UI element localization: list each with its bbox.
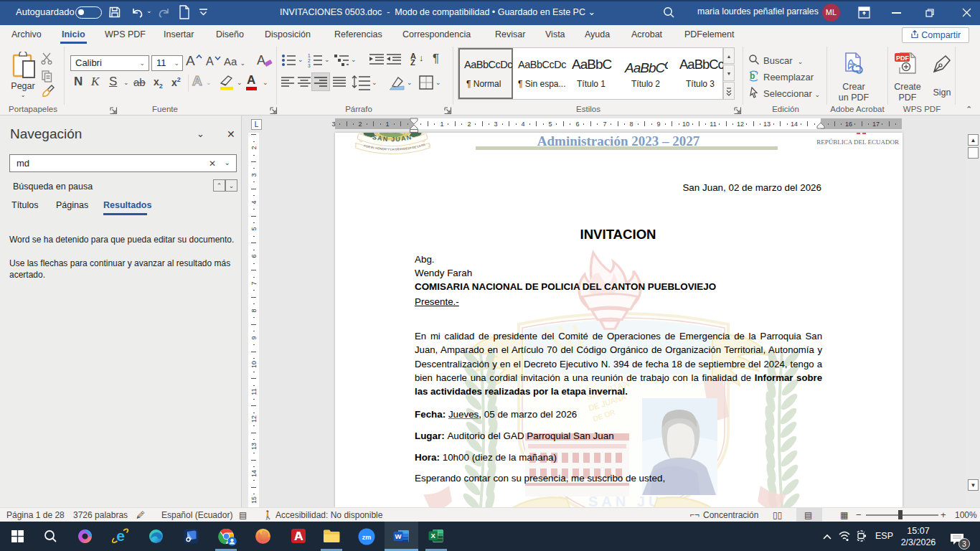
svg-text:b: b <box>750 71 755 81</box>
svg-text:3: 3 <box>308 63 311 67</box>
svg-text:1: 1 <box>308 53 311 58</box>
svg-text:PDF: PDF <box>896 55 910 62</box>
svg-text:zm: zm <box>362 534 372 541</box>
svg-text:W: W <box>395 532 402 540</box>
svg-text:2: 2 <box>308 58 311 63</box>
svg-text:X: X <box>431 532 436 540</box>
